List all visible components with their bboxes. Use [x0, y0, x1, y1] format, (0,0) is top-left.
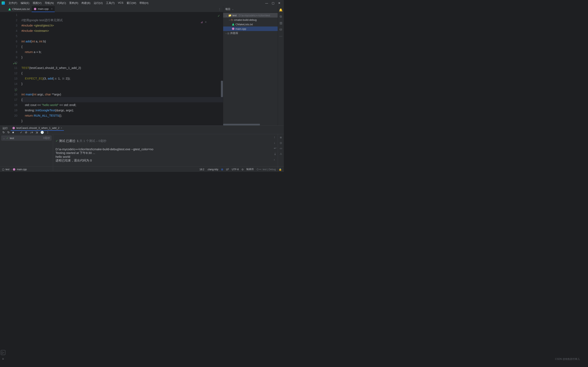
bookmark-icon[interactable]: ▭	[280, 147, 282, 150]
notifications-icon[interactable]: 🔔	[279, 8, 283, 12]
chevron-down-icon[interactable]: ⌄	[232, 8, 234, 11]
project-tree: ⌄ 📁 test D:\a-mycode\c++\clion\test › 🗀 …	[223, 12, 278, 36]
app-icon	[2, 1, 5, 5]
show-passed-icon[interactable]: ✓	[20, 131, 22, 134]
tree-folder[interactable]: › 🗀 cmake-build-debug	[223, 17, 278, 22]
rerun-icon[interactable]: ↻	[2, 131, 5, 134]
menu-build[interactable]: 构建(B)	[80, 0, 91, 6]
test-root-row[interactable]: ⌄ ✓ test 0毫秒	[1, 135, 52, 141]
tree-external-libs[interactable]: › ⊞ 外部库	[223, 31, 278, 35]
rerun-failed-icon[interactable]: ↻	[7, 131, 10, 134]
menu-view[interactable]: 视图(V)	[31, 0, 43, 6]
window-controls: — ▢ ✕	[265, 1, 282, 5]
tree-file-main[interactable]: main.cpp	[223, 26, 278, 31]
menu-navigate[interactable]: 导航(N)	[43, 0, 55, 6]
svg-marker-0	[8, 8, 11, 10]
up-icon[interactable]: ↑	[274, 135, 277, 139]
tab-cmakelists[interactable]: CMakeLists.txt	[6, 6, 32, 12]
console-rail: ↑ ↓ ↩ ⤓ ›	[274, 135, 277, 161]
scroll-end-icon[interactable]: ⤓	[274, 152, 277, 156]
wrap-icon[interactable]: ↩	[274, 146, 277, 150]
svg-marker-2	[232, 23, 234, 25]
tabs-more-icon[interactable]: ⋮	[216, 6, 223, 12]
close-tab-icon[interactable]: ×	[51, 7, 53, 10]
run-toolbar: ↻ ↻ ■ ✓ ⊘ ↓≡ ⇲ 🕓 ⋮	[0, 131, 284, 134]
close-icon[interactable]: ×	[61, 126, 62, 129]
tree-file-cmake[interactable]: CMakeLists.txt	[223, 22, 278, 26]
tab-main-cpp[interactable]: main.cpp ×	[32, 6, 54, 12]
cpp-icon	[232, 27, 234, 30]
tree-root[interactable]: ⌄ 📁 test D:\a-mycode\c++\clion\test	[223, 13, 278, 17]
folder-icon: 📁	[228, 14, 232, 17]
svg-point-1	[34, 8, 36, 10]
code-content[interactable]: //使用google test进行单元测试 #include <gtest/gt…	[21, 12, 223, 125]
main-menu: 文件(F) 编辑(E) 视图(V) 导航(N) 代码(C) 重构(R) 构建(B…	[7, 0, 150, 6]
cpp-icon	[12, 127, 15, 129]
chevron-down-icon: ⌄	[3, 137, 5, 140]
title-bar: 文件(F) 编辑(E) 视图(V) 导航(N) 代码(C) 重构(R) 构建(B…	[0, 0, 284, 6]
down-icon[interactable]: ↓	[274, 141, 277, 144]
show-ignored-icon[interactable]: ⊘	[25, 131, 27, 134]
chevron-right-icon: ›	[229, 18, 230, 21]
warnings-icon[interactable]: ⚠	[280, 152, 282, 155]
cmake-tool-icon[interactable]: ⧉	[280, 15, 282, 18]
more-icon[interactable]: ⋮	[46, 131, 49, 134]
svg-point-4	[12, 127, 15, 129]
test-console[interactable]: ✓ 测试 已通过: 1 共 1 个测试 – 0毫秒 D:\a-mycode\c+…	[53, 134, 278, 171]
menu-file[interactable]: 文件(F)	[7, 0, 18, 6]
editor-tabs: CMakeLists.txt main.cpp × ⋮	[0, 6, 223, 12]
import-icon[interactable]: ⇲	[35, 131, 38, 134]
next-icon[interactable]: ›	[274, 158, 277, 161]
cmake-icon	[8, 8, 11, 11]
run-tab-label[interactable]: 运行	[2, 126, 8, 130]
library-icon: ⊞	[227, 32, 229, 35]
minimize-button[interactable]: —	[265, 1, 268, 5]
inspection-ok-icon[interactable]: ✓	[217, 14, 220, 18]
chevron-right-icon: ›	[226, 32, 226, 35]
code-editor[interactable]: 1 2 3 4 5 6 7 8 9 10✔↻ 11 12 13 14 15▷ 1…	[0, 12, 223, 125]
right-tool-rail: 🔔 ⧉ ▥ ⛁ ⋯	[278, 6, 284, 125]
sort-icon[interactable]: ↓≡	[30, 131, 33, 134]
run-tool-window: 运行 testCase1.should_3_when_1_add_2 × ↻ ↻…	[0, 125, 284, 167]
list-icon[interactable]: ≣	[280, 136, 282, 139]
bottom-right-rail: ≣ ◎ ▭ ⚠	[278, 134, 284, 171]
close-button[interactable]: ✕	[278, 1, 281, 5]
stop-icon[interactable]: ■	[12, 131, 14, 134]
menu-vcs[interactable]: VCS	[117, 0, 125, 6]
code-analysis-widget[interactable]: ⊿×	[200, 20, 207, 24]
menu-edit[interactable]: 编辑(E)	[19, 0, 31, 6]
menu-code[interactable]: 代码(C)	[56, 0, 67, 6]
project-header[interactable]: 项目 ⌄	[223, 6, 278, 12]
menu-tools[interactable]: 工具(T)	[105, 0, 116, 6]
svg-point-3	[232, 27, 234, 30]
menu-run[interactable]: 运行(U)	[93, 0, 104, 6]
tab-label: CMakeLists.txt	[12, 8, 30, 11]
test-results-tree: ⌄ ✓ test 0毫秒	[0, 134, 53, 171]
cpp-icon	[34, 8, 36, 10]
run-config-tab[interactable]: testCase1.should_3_when_1_add_2 ×	[11, 125, 64, 131]
editor-area: 1 2 3 4 5 6 7 8 9 10✔↻ 11 12 13 14 15▷ 1…	[0, 12, 223, 125]
history-icon[interactable]: 🕓	[40, 131, 44, 134]
database-icon[interactable]: ⛁	[279, 28, 282, 31]
horizontal-scrollbar[interactable]	[223, 124, 260, 125]
maximize-button[interactable]: ▢	[272, 1, 274, 5]
project-tool-window: 项目 ⌄ ⌄ 📁 test D:\a-mycode\c++\clion\test…	[223, 6, 278, 125]
menu-window[interactable]: 窗口(W)	[125, 0, 138, 6]
more-icon[interactable]: ⋯	[279, 34, 282, 38]
chevron-down-icon: ⌄	[225, 14, 227, 17]
structure-icon[interactable]: ▥	[279, 21, 282, 25]
menu-refactor[interactable]: 重构(R)	[68, 0, 79, 6]
tab-label: main.cpp	[38, 7, 49, 10]
cmake-icon	[232, 23, 234, 26]
menu-help[interactable]: 帮助(H)	[138, 0, 150, 6]
test-pass-icon: ✓	[6, 137, 9, 140]
run-tabs: 运行 testCase1.should_3_when_1_add_2 ×	[0, 125, 284, 131]
target-icon[interactable]: ◎	[280, 141, 282, 144]
gutter: 1 2 3 4 5 6 7 8 9 10✔↻ 11 12 13 14 15▷ 1…	[0, 12, 21, 125]
folder-icon: 🗀	[231, 18, 233, 21]
vertical-scrollbar[interactable]	[221, 81, 223, 97]
